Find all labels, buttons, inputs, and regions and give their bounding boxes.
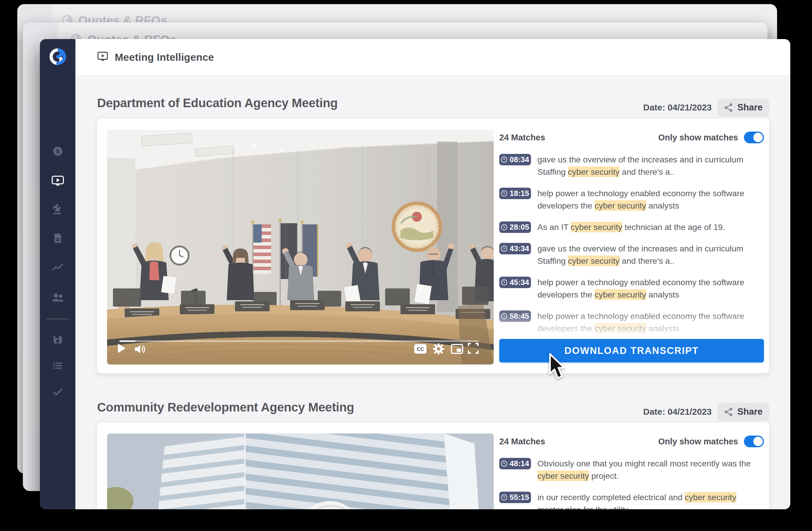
- clock-icon: [501, 279, 507, 285]
- match-text: in our recently completed electrical and…: [537, 491, 763, 509]
- sidebar-item-gavel-icon[interactable]: [50, 202, 65, 216]
- keyword-highlight: cyber security: [571, 222, 623, 232]
- clock-icon: [501, 461, 507, 467]
- match-text: As an IT cyber security technician at th…: [537, 221, 725, 233]
- keyword-highlight: cyber security: [595, 323, 646, 334]
- match-row: 08:34gave us the overview of the increas…: [499, 154, 764, 178]
- meeting-intelligence-icon: [97, 52, 108, 63]
- only-show-matches-toggle[interactable]: [744, 435, 764, 447]
- picture-in-picture-icon[interactable]: [451, 344, 463, 354]
- match-row: 18:15help power a technology enabled eco…: [499, 188, 764, 212]
- match-list: 08:34gave us the overview of the increas…: [499, 154, 764, 335]
- match-row: 45:34help power a technology enabled eco…: [499, 277, 764, 301]
- building-video-thumbnail: [107, 433, 494, 509]
- timestamp-badge[interactable]: 58:45: [499, 310, 531, 322]
- timestamp-badge[interactable]: 08:34: [499, 154, 531, 165]
- matches-count: 24 Matches: [499, 133, 545, 142]
- meeting-card: 24 Matches Only show matches 48:14Obviou…: [97, 423, 769, 509]
- match-row: 43:34gave us the overview of the increas…: [499, 243, 764, 267]
- only-show-matches-label: Only show matches: [658, 133, 738, 142]
- video-progress-played: [119, 340, 135, 342]
- timestamp-badge[interactable]: 43:34: [499, 243, 531, 254]
- govspend-logo-icon[interactable]: [49, 47, 67, 66]
- meeting-date: Date: 04/21/2023: [643, 102, 712, 112]
- clock-icon: [501, 224, 507, 230]
- keyword-highlight: cyber security: [537, 471, 589, 481]
- sidebar-item-list-icon[interactable]: [50, 358, 65, 373]
- section-title: Community Redevelopment Agency Meeting: [97, 400, 354, 415]
- video-progress-bar[interactable]: [119, 340, 478, 342]
- keyword-highlight: cyber security: [595, 289, 646, 300]
- volume-icon[interactable]: [134, 344, 147, 355]
- section-title: Department of Education Agency Meeting: [97, 96, 338, 110]
- sidebar-item-trending-chart-icon[interactable]: [50, 260, 65, 275]
- download-transcript-button[interactable]: DOWNLOAD TRANSCRIPT: [499, 339, 764, 362]
- match-text: gave us the overview of the increases an…: [537, 242, 763, 267]
- meeting-date: Date: 04/21/2023: [643, 407, 712, 417]
- fullscreen-icon[interactable]: [467, 343, 479, 354]
- svg-text:CC: CC: [417, 347, 424, 352]
- toggle-knob: [753, 133, 763, 142]
- settings-gear-icon[interactable]: [433, 343, 445, 355]
- match-list: 48:14Obviously one that you might recall…: [499, 458, 764, 509]
- match-text: help power a technology enabled economy …: [537, 276, 763, 301]
- match-row: 58:45help power a technology enabled eco…: [499, 310, 764, 335]
- timestamp-badge[interactable]: 45:34: [499, 277, 531, 288]
- matches-panel: 24 Matches Only show matches 48:14Obviou…: [499, 435, 764, 509]
- sidebar-item-meeting-intelligence-icon[interactable]: [50, 173, 65, 188]
- meeting-card: CC 24 Matches Only show matches 08:34gav: [97, 118, 769, 373]
- match-text: help power a technology enabled economy …: [537, 187, 763, 212]
- clock-icon: [501, 246, 507, 252]
- timestamp-badge[interactable]: 18:15: [499, 188, 531, 199]
- only-show-matches-toggle[interactable]: [744, 131, 764, 143]
- video-player[interactable]: [107, 433, 494, 509]
- toggle-knob: [753, 437, 763, 446]
- play-button-icon[interactable]: [118, 343, 126, 353]
- meeting-video-thumbnail: [107, 130, 494, 364]
- timestamp-badge[interactable]: 48:14: [499, 458, 531, 469]
- sidebar-divider: [46, 319, 69, 319]
- match-text: Obviously one that you might recall most…: [537, 457, 763, 482]
- share-button[interactable]: Share: [717, 98, 769, 116]
- sidebar: $: [40, 39, 75, 509]
- main-area: Meeting Intelligence Department of Educa…: [75, 39, 790, 509]
- captions-icon[interactable]: CC: [414, 344, 427, 354]
- timestamp-badge[interactable]: 55:15: [499, 492, 531, 503]
- clock-icon: [501, 190, 507, 196]
- match-text: gave us the overview of the increases an…: [537, 153, 763, 178]
- match-row: 28:05As an IT cyber security technician …: [499, 221, 764, 233]
- app-header: Meeting Intelligence: [75, 39, 790, 75]
- share-icon: [724, 103, 733, 112]
- match-text: help power a technology enabled economy …: [537, 310, 763, 335]
- sidebar-item-checkmark-icon[interactable]: [50, 384, 65, 399]
- only-show-matches-label: Only show matches: [658, 437, 738, 446]
- timestamp-badge[interactable]: 28:05: [499, 221, 531, 233]
- app-window: $: [40, 39, 790, 509]
- matches-count: 24 Matches: [499, 437, 545, 446]
- keyword-highlight: cyber security: [568, 167, 620, 177]
- match-row: 48:14Obviously one that you might recall…: [499, 458, 764, 482]
- svg-text:$: $: [56, 148, 60, 154]
- content-area: Department of Education Agency Meeting D…: [75, 75, 790, 509]
- sidebar-item-dollar-icon[interactable]: $: [50, 144, 65, 158]
- keyword-highlight: cyber security: [595, 200, 646, 211]
- clock-icon: [501, 313, 507, 319]
- keyword-highlight: cyber security: [568, 255, 620, 266]
- clock-icon: [501, 494, 507, 501]
- sidebar-item-document-icon[interactable]: [50, 231, 65, 246]
- sidebar-item-save-icon[interactable]: [50, 332, 65, 347]
- clock-icon: [501, 156, 507, 163]
- share-icon: [724, 407, 733, 417]
- keyword-highlight: cyber security: [685, 492, 736, 503]
- page-title: Meeting Intelligence: [115, 52, 214, 63]
- matches-panel: 24 Matches Only show matches 08:34gave u…: [499, 131, 764, 344]
- match-row: 55:15in our recently completed electrica…: [499, 492, 764, 509]
- share-button[interactable]: Share: [717, 403, 769, 421]
- video-player[interactable]: CC: [107, 130, 494, 364]
- sidebar-item-people-icon[interactable]: [50, 290, 65, 305]
